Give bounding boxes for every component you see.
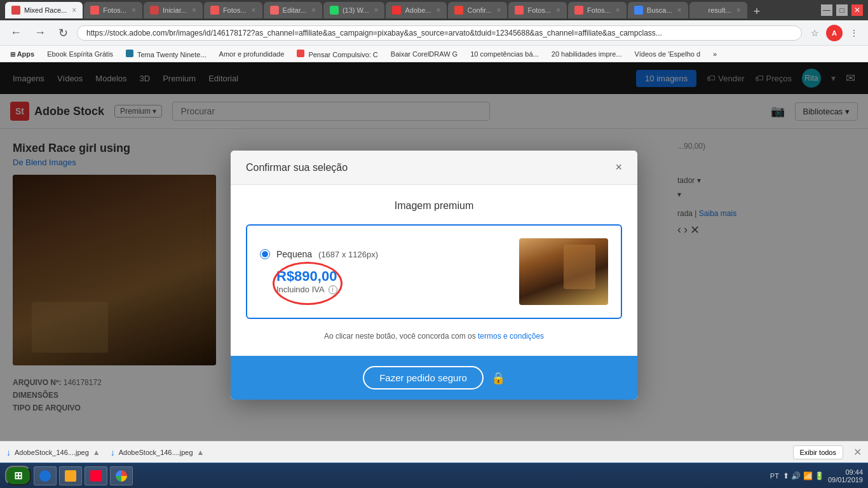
tab-favicon-7 bbox=[392, 6, 401, 15]
tab-favicon-6 bbox=[330, 6, 339, 15]
price-value: R$890,00 bbox=[276, 268, 506, 285]
tab-11[interactable]: Busca... × bbox=[628, 2, 688, 18]
dialog-body: Imagem premium Pequena (1687 x 1126px) bbox=[231, 185, 637, 356]
bookmark-apps[interactable]: ⊞ Apps bbox=[5, 49, 39, 59]
tab-label-11: Busca... bbox=[647, 6, 672, 14]
refresh-button[interactable]: ↻ bbox=[55, 25, 72, 41]
dialog-terms: Ao clicar neste botão, você concorda com… bbox=[246, 332, 622, 341]
bookmark-pensar[interactable]: Pensar Compulsivo: C bbox=[292, 48, 383, 60]
size-option: Pequena (1687 x 1126px) bbox=[260, 249, 506, 259]
address-input[interactable] bbox=[77, 25, 802, 41]
tab-1[interactable]: Mixed Race... × bbox=[5, 2, 83, 18]
tab-bar: Mixed Race... × Fotos... × Iniciar... × … bbox=[5, 2, 818, 18]
tab-close-10[interactable]: × bbox=[616, 6, 620, 15]
dialog-title: Confirmar sua seleção bbox=[246, 162, 348, 173]
taskbar-chrome[interactable] bbox=[110, 466, 133, 485]
tab-6[interactable]: (13) W... × bbox=[323, 2, 385, 18]
tab-label-10: Fotos... bbox=[587, 6, 611, 14]
tab-label-2: Fotos... bbox=[103, 6, 126, 14]
download-item-1: ↓ AdobeStock_146....jpeg ▲ bbox=[6, 447, 100, 458]
order-button[interactable]: Fazer pedido seguro bbox=[363, 366, 484, 390]
tab-close-7[interactable]: × bbox=[436, 6, 440, 15]
tab-4[interactable]: Fotos... × bbox=[204, 2, 262, 18]
explorer-icon bbox=[65, 470, 76, 482]
tab-10[interactable]: Fotos... × bbox=[568, 2, 627, 18]
tab-close-6[interactable]: × bbox=[374, 6, 378, 15]
download-filename-1: AdobeStock_146....jpeg bbox=[15, 449, 89, 456]
tab-2[interactable]: Fotos... × bbox=[84, 2, 142, 18]
star-icon[interactable]: ☆ bbox=[807, 25, 822, 41]
tab-5[interactable]: Editar... × bbox=[264, 2, 322, 18]
address-bar: ← → ↻ ☆ A ⋮ bbox=[0, 20, 868, 46]
download-arrow-2: ↓ bbox=[111, 447, 115, 458]
radio-area: Pequena (1687 x 1126px) R$890,00 Incluin… bbox=[260, 249, 506, 294]
tab-close-12[interactable]: × bbox=[736, 6, 741, 15]
tab-close-2[interactable]: × bbox=[132, 6, 136, 15]
tab-favicon-12 bbox=[696, 6, 705, 15]
profile-icon[interactable]: A bbox=[826, 25, 843, 41]
tab-close-1[interactable]: × bbox=[72, 6, 76, 15]
iva-label: Incluindo IVA bbox=[276, 285, 325, 294]
window-controls: — □ ✕ bbox=[821, 4, 863, 16]
bookmarks-bar: ⊞ Apps Ebook Espírita Grátis Tema Twenty… bbox=[0, 46, 868, 62]
bookmark-tema[interactable]: Tema Twenty Ninete... bbox=[121, 48, 211, 60]
tab-close-5[interactable]: × bbox=[311, 6, 316, 15]
size-label: Pequena bbox=[276, 249, 312, 259]
browser-frame: Mixed Race... × Fotos... × Iniciar... × … bbox=[0, 0, 868, 488]
taskbar-ie[interactable] bbox=[34, 466, 57, 485]
tab-close-9[interactable]: × bbox=[556, 6, 560, 15]
minimize-button[interactable]: — bbox=[821, 4, 832, 16]
tab-label-3: Iniciar... bbox=[163, 6, 187, 14]
time: 09:44 bbox=[828, 468, 863, 476]
info-icon[interactable]: i bbox=[329, 285, 337, 294]
tab-favicon-9 bbox=[515, 6, 524, 15]
dialog-footer: Fazer pedido seguro 🔒 bbox=[231, 356, 637, 400]
bookmark-corel[interactable]: Baixar CorelDRAW G bbox=[386, 49, 463, 59]
tab-favicon-8 bbox=[454, 6, 463, 15]
forward-button[interactable]: → bbox=[31, 25, 50, 41]
taskbar: ⊞ PT ⬆ 🔊 📶 🔋 09:44 09/01/2019 bbox=[0, 463, 868, 488]
download-bar-close[interactable]: ✕ bbox=[853, 446, 862, 458]
tab-12[interactable]: result... × bbox=[689, 2, 747, 18]
tab-close-4[interactable]: × bbox=[252, 6, 256, 15]
taskbar-right: PT ⬆ 🔊 📶 🔋 09:44 09/01/2019 bbox=[770, 468, 863, 484]
maximize-button[interactable]: □ bbox=[836, 4, 848, 16]
confirmation-dialog: Confirmar sua seleção × Imagem premium P… bbox=[231, 151, 637, 400]
download-item-2: ↓ AdobeStock_146....jpeg ▲ bbox=[111, 447, 205, 458]
lang-indicator: PT bbox=[770, 472, 779, 480]
bookmark-more[interactable]: » bbox=[708, 49, 722, 59]
back-button[interactable]: ← bbox=[6, 25, 25, 41]
terms-link[interactable]: termos e condições bbox=[478, 332, 544, 341]
download-expand-1[interactable]: ▲ bbox=[93, 448, 100, 457]
tab-close-8[interactable]: × bbox=[496, 6, 501, 15]
download-bar: ↓ AdobeStock_146....jpeg ▲ ↓ AdobeStock_… bbox=[0, 441, 868, 463]
tab-7[interactable]: Adobe... × bbox=[386, 2, 447, 18]
content-area: Imagens Vídeos Modelos 3D Premium Editor… bbox=[0, 62, 868, 488]
tab-9[interactable]: Fotos... × bbox=[508, 2, 567, 18]
bookmark-20hab[interactable]: 20 habilidades impre... bbox=[546, 49, 627, 59]
dialog-close-button[interactable]: × bbox=[615, 161, 622, 174]
tab-label-9: Fotos... bbox=[527, 6, 551, 14]
price-area: R$890,00 Incluindo IVA i bbox=[260, 264, 506, 294]
selection-box: Pequena (1687 x 1126px) R$890,00 Incluin… bbox=[246, 224, 622, 319]
bookmark-videos[interactable]: Vídeos de 'Espelho d bbox=[629, 49, 705, 59]
show-all-button[interactable]: Exibir todos bbox=[793, 445, 843, 459]
media-icon bbox=[90, 470, 102, 482]
tab-label-6: (13) W... bbox=[342, 6, 369, 14]
close-button[interactable]: ✕ bbox=[851, 4, 863, 16]
bookmark-ebook[interactable]: Ebook Espírita Grátis bbox=[42, 49, 118, 59]
tab-3[interactable]: Iniciar... × bbox=[144, 2, 203, 18]
tab-8[interactable]: Confir... × bbox=[448, 2, 507, 18]
size-radio[interactable] bbox=[260, 249, 270, 259]
tab-close-3[interactable]: × bbox=[192, 6, 196, 15]
start-button[interactable]: ⊞ bbox=[5, 466, 31, 485]
tab-close-11[interactable]: × bbox=[677, 6, 682, 15]
download-expand-2[interactable]: ▲ bbox=[197, 448, 205, 457]
dialog-subtitle: Imagem premium bbox=[246, 200, 622, 212]
taskbar-explorer[interactable] bbox=[59, 466, 82, 485]
bookmark-amor[interactable]: Amor e profundidade bbox=[214, 49, 290, 59]
bookmark-10comp[interactable]: 10 competências bá... bbox=[465, 49, 544, 59]
new-tab-button[interactable]: + bbox=[749, 5, 766, 18]
menu-icon[interactable]: ⋮ bbox=[846, 25, 862, 41]
taskbar-media[interactable] bbox=[85, 466, 107, 485]
